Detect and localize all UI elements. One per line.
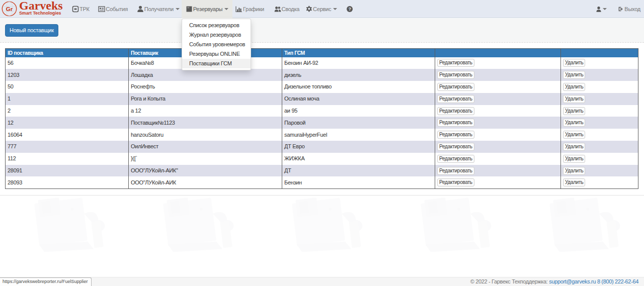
cell-supplier-id: 1 — [6, 93, 129, 105]
dropdown-item-3[interactable]: События уровнемеров — [182, 40, 251, 49]
fuel-pump-watermark — [284, 196, 369, 262]
edit-button[interactable]: Редактировать — [437, 71, 474, 79]
cell-delete: Удалить — [561, 105, 638, 117]
table-row: 1203ЛошадкадизельРедактироватьУдалить — [6, 69, 638, 81]
user-menu-toggle[interactable] — [591, 0, 611, 18]
column-header-4 — [435, 49, 561, 57]
edit-button[interactable]: Редактировать — [437, 95, 474, 103]
edit-button[interactable]: Редактировать — [437, 167, 474, 175]
column-header-5 — [561, 49, 638, 57]
svg-text:?: ? — [348, 7, 351, 12]
cell-supplier-name: Поставщик№1123 — [129, 117, 282, 129]
cell-supplier-name: ОилИнвест — [129, 141, 282, 153]
cell-supplier-name: Роснефть — [129, 81, 282, 93]
fuel-pump-watermark — [26, 196, 112, 262]
edit-button[interactable]: Редактировать — [437, 131, 474, 139]
dispenser-icon — [72, 6, 79, 13]
charts-icon — [235, 6, 243, 13]
gear-icon — [305, 6, 312, 13]
cell-edit: Редактировать — [435, 105, 561, 117]
cell-supplier-name: а 12 — [129, 105, 282, 117]
edit-button[interactable]: Редактировать — [437, 83, 474, 91]
footer-support-link[interactable]: support@garveks.ru 8 (800) 222-62-64 — [549, 278, 638, 284]
cell-delete: Удалить — [561, 129, 638, 141]
cell-supplier-id: 56 — [6, 57, 129, 69]
user-menu: Выход — [591, 0, 644, 18]
table-row: 16064hanzouSatorusamuraiHyperFuelРедакти… — [6, 129, 638, 141]
cell-edit: Редактировать — [435, 141, 561, 153]
edit-button[interactable]: Редактировать — [437, 178, 474, 186]
edit-button[interactable]: Редактировать — [437, 119, 474, 127]
cell-supplier-name: hanzouSatoru — [129, 129, 282, 141]
table-row: 777ОилИнвестДТ ЕвроРедактироватьУдалить — [6, 141, 638, 153]
cell-fuel-type: дизель — [282, 69, 435, 81]
nav-item-сводка[interactable]: Сводка — [270, 0, 304, 18]
cell-edit: Редактировать — [435, 93, 561, 105]
delete-button[interactable]: Удалить — [563, 167, 585, 175]
cell-edit: Редактировать — [435, 129, 561, 141]
nav-item-резервуары[interactable]: Резервуары — [182, 0, 233, 18]
fuel-pump-watermark — [155, 196, 240, 262]
logout-button[interactable]: Выход — [613, 0, 644, 18]
table-row: 12Поставщик№1123ПаровойРедактироватьУдал… — [6, 117, 638, 129]
cell-supplier-id: 16064 — [6, 129, 129, 141]
fuel-pump-watermark — [413, 196, 498, 262]
delete-button[interactable]: Удалить — [563, 143, 585, 151]
dropdown-item-5[interactable]: Поставщики ГСМ — [182, 59, 251, 68]
delete-button[interactable]: Удалить — [563, 178, 585, 186]
delete-button[interactable]: Удалить — [563, 95, 585, 103]
table-row: 1Рога и КопытаОслиная мочаРедактироватьУ… — [6, 93, 638, 105]
nav-item-label: Получатели — [144, 6, 174, 12]
table-row: 2а 12аи 95РедактироватьУдалить — [6, 105, 638, 117]
cell-supplier-name: Рога и Копыта — [129, 93, 282, 105]
edit-button[interactable]: Редактировать — [437, 107, 474, 115]
browser-status-url: https://garvekswebreporter.ru/FuelSuppli… — [0, 277, 92, 286]
nav-item-help[interactable]: ? — [342, 0, 358, 18]
cell-fuel-type: Паровой — [282, 117, 435, 129]
dropdown-item-4[interactable]: Резервуары ONLINE — [182, 49, 251, 59]
cell-delete: Удалить — [561, 153, 638, 165]
nav-item-получатели[interactable]: Получатели — [133, 0, 184, 18]
main-menu: ТРКСобытияПолучателиРезервуарыГрафикиСво… — [68, 0, 644, 18]
cell-edit: Редактировать — [435, 165, 561, 177]
nav-item-графики[interactable]: Графики — [231, 0, 268, 18]
brand-name: Garveks — [19, 2, 63, 10]
table-row: 50РоснефтьДизельное топливоРедактировать… — [6, 81, 638, 93]
cell-edit: Редактировать — [435, 117, 561, 129]
table-row: 112}([`ЖИЖКАРедактироватьУдалить — [6, 153, 638, 165]
cell-edit: Редактировать — [435, 81, 561, 93]
edit-button[interactable]: Редактировать — [437, 155, 474, 163]
table-row: 28093ООО"ЛУКойл-АИКБензинРедактироватьУд… — [6, 176, 638, 188]
delete-button[interactable]: Удалить — [563, 83, 585, 91]
cell-supplier-name: Лошадка — [129, 69, 282, 81]
cell-fuel-type: ДТ — [282, 165, 435, 177]
nav-item-сервис[interactable]: Сервис — [301, 0, 341, 18]
cell-edit: Редактировать — [435, 69, 561, 81]
cell-delete: Удалить — [561, 69, 638, 81]
brand-logo[interactable]: Gr Garveks Smart Technologies — [2, 1, 63, 17]
delete-button[interactable]: Удалить — [563, 119, 585, 127]
nav-item-трк[interactable]: ТРК — [68, 0, 94, 18]
cell-supplier-id: 2 — [6, 105, 129, 117]
help-icon: ? — [346, 6, 353, 13]
delete-button[interactable]: Удалить — [563, 71, 585, 79]
cell-supplier-id: 50 — [6, 81, 129, 93]
caret-down-icon — [176, 8, 180, 10]
dropdown-item-2[interactable]: Журнал резервуаров — [182, 30, 251, 40]
dropdown-item-1[interactable]: Список резервуаров — [182, 21, 251, 30]
cell-delete: Удалить — [561, 165, 638, 177]
cell-supplier-id: 12 — [6, 117, 129, 129]
cell-fuel-type: ЖИЖКА — [282, 153, 435, 165]
cell-fuel-type: Бензин АИ-92 — [282, 57, 435, 69]
delete-button[interactable]: Удалить — [563, 107, 585, 115]
delete-button[interactable]: Удалить — [563, 155, 585, 163]
edit-button[interactable]: Редактировать — [437, 143, 474, 151]
caret-down-icon — [224, 8, 228, 10]
new-supplier-button[interactable]: Новый поставщик — [5, 24, 58, 37]
delete-button[interactable]: Удалить — [563, 59, 585, 67]
delete-button[interactable]: Удалить — [563, 131, 585, 139]
cell-delete: Удалить — [561, 81, 638, 93]
cell-supplier-id: 112 — [6, 153, 129, 165]
nav-item-события[interactable]: События — [94, 0, 132, 18]
edit-button[interactable]: Редактировать — [437, 59, 474, 67]
